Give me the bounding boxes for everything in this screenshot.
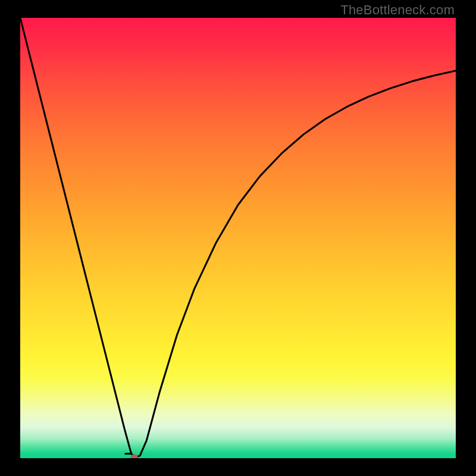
bottleneck-curve xyxy=(20,18,456,458)
chart-frame: TheBottleneck.com xyxy=(0,0,476,476)
watermark-label: TheBottleneck.com xyxy=(340,2,455,18)
curve-svg xyxy=(20,18,456,458)
plot-area xyxy=(20,18,456,458)
